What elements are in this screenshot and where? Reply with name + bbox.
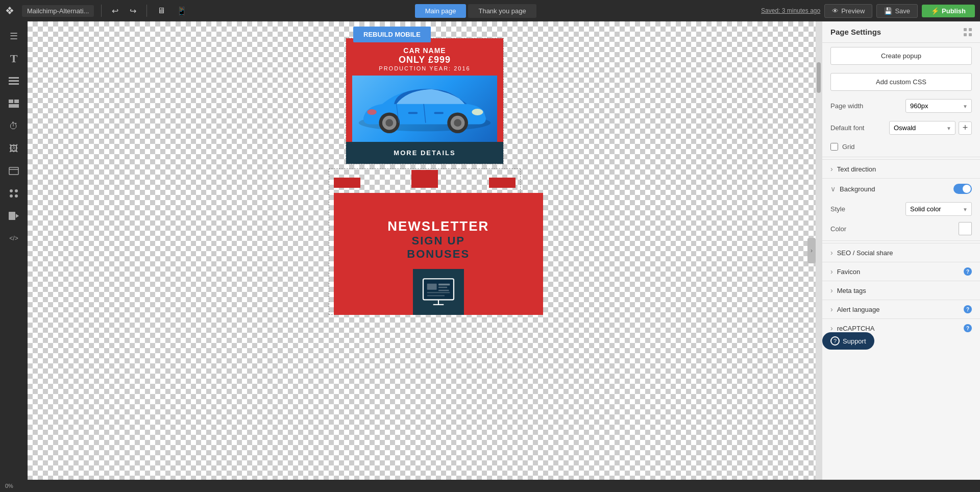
text-direction-label: Text direction	[837, 165, 876, 173]
seo-social-row[interactable]: › SEO / Social share	[822, 243, 980, 262]
divider2	[146, 5, 147, 17]
save-icon: 💾	[884, 7, 892, 15]
svg-rect-33	[427, 292, 450, 293]
panel-header: Page Settings	[822, 21, 980, 43]
panel-grid-icon[interactable]	[964, 28, 972, 36]
image-icon[interactable]: 🖼	[4, 139, 23, 158]
code-icon[interactable]: </>	[4, 229, 23, 248]
rebuild-mobile-button[interactable]: REBUILD MOBILE	[353, 27, 431, 42]
svg-point-20	[454, 119, 461, 127]
car-price-text: ONLY £999	[352, 55, 497, 65]
recaptcha-label: reCAPTCHA	[837, 325, 875, 332]
car-section-wrapper[interactable]: CAR NAME ONLY £999 PRODUCTION YEAR: 2016	[346, 38, 504, 164]
desktop-view-button[interactable]: 🖥	[154, 4, 168, 17]
elements-icon[interactable]	[4, 71, 23, 91]
recaptcha-left: › reCAPTCHA	[830, 324, 874, 332]
left-sidebar: ☰ T ⏱ 🖼 </>	[0, 21, 28, 480]
svg-rect-32	[438, 290, 449, 291]
favicon-label: Favicon	[837, 268, 861, 276]
topbar: ❖ Mailchimp-Alternati... ↩ ↪ 🖥 📱 Main pa…	[0, 0, 980, 21]
background-label: Background	[840, 185, 875, 193]
deco-right	[489, 178, 516, 188]
alert-left: › Alert language	[830, 305, 880, 313]
default-font-select[interactable]: Oswald Roboto Open Sans	[889, 121, 955, 135]
tab-thank-you-page[interactable]: Thank you page	[468, 4, 536, 18]
grid-label: Grid	[842, 143, 855, 151]
page-width-row: Page width 960px 1200px 1440px ▼	[822, 95, 980, 117]
svg-marker-13	[16, 214, 19, 218]
timer-icon[interactable]: ⏱	[4, 116, 23, 136]
svg-rect-31	[438, 287, 447, 288]
svg-rect-34	[427, 295, 444, 297]
favicon-row[interactable]: › Favicon ?	[822, 262, 980, 281]
redo-button[interactable]: ↪	[127, 4, 139, 18]
status-bar: 0%	[0, 480, 980, 492]
car-name-text: CAR NAME	[352, 46, 497, 55]
save-button[interactable]: 💾 Save	[876, 4, 918, 18]
layout-icon[interactable]	[4, 94, 23, 113]
newsletter-title1: NEWSLETTER	[342, 218, 535, 234]
alert-info-icon[interactable]: ?	[964, 305, 972, 313]
more-details-button[interactable]: MORE DETAILS	[346, 142, 503, 164]
car-svg	[353, 78, 496, 139]
text-direction-left: › Text direction	[830, 165, 876, 173]
canvas-area[interactable]: REBUILD MOBILE CAR NAME ONLY £999 PRODUC…	[28, 21, 822, 480]
grid-checkbox[interactable]	[830, 143, 838, 151]
text-icon[interactable]: T	[4, 49, 23, 68]
support-label: Support	[843, 337, 866, 345]
support-button[interactable]: ? Support	[822, 332, 874, 350]
decoration-row	[334, 168, 516, 188]
color-label: Color	[830, 225, 846, 233]
preview-label: Preview	[841, 7, 865, 15]
video-icon[interactable]	[4, 206, 23, 226]
recaptcha-chevron: ›	[830, 324, 833, 332]
tab-main-page[interactable]: Main page	[415, 4, 467, 18]
car-year-text: PRODUCTION YEAR: 2016	[352, 65, 497, 71]
add-font-button[interactable]: +	[959, 121, 972, 135]
seo-left: › SEO / Social share	[830, 249, 893, 257]
recaptcha-info-icon[interactable]: ?	[964, 324, 972, 332]
mobile-view-button[interactable]: 📱	[174, 4, 190, 18]
background-color-picker[interactable]	[959, 222, 972, 235]
favicon-info-icon[interactable]: ?	[964, 267, 972, 276]
layers-icon[interactable]: ☰	[4, 27, 23, 46]
background-toggle[interactable]	[953, 184, 972, 194]
add-custom-css-button[interactable]: Add custom CSS	[830, 73, 972, 91]
section-icon[interactable]	[4, 161, 23, 181]
svg-rect-5	[9, 104, 19, 108]
style-select[interactable]: Solid color Gradient Image	[905, 202, 972, 216]
page-width-select-wrapper: 960px 1200px 1440px ▼	[905, 99, 972, 113]
scrollbar-track[interactable]	[816, 21, 822, 480]
svg-point-9	[15, 189, 18, 192]
svg-rect-40	[969, 33, 972, 36]
panel-collapse-handle[interactable]: ›	[807, 238, 816, 263]
publish-button[interactable]: ⚡ Publish	[922, 5, 975, 17]
scrollbar-thumb[interactable]	[817, 62, 821, 93]
create-popup-button[interactable]: Create popup	[830, 47, 972, 65]
svg-rect-30	[438, 284, 450, 285]
undo-button[interactable]: ↩	[109, 4, 121, 18]
svg-point-22	[367, 109, 376, 115]
preview-button[interactable]: 👁 Preview	[824, 4, 872, 18]
svg-rect-25	[408, 112, 418, 114]
text-direction-row[interactable]: › Text direction	[822, 159, 980, 178]
background-row[interactable]: ∨ Background	[822, 178, 980, 199]
alert-label: Alert language	[837, 306, 880, 313]
project-title[interactable]: Mailchimp-Alternati...	[22, 5, 94, 17]
style-row: Style Solid color Gradient Image ▼	[822, 199, 980, 219]
newsletter-title3: BONUSES	[342, 248, 535, 261]
meta-label: Meta tags	[837, 287, 866, 294]
right-panel: Page Settings Create popup Add custom CS…	[822, 21, 980, 480]
meta-tags-row[interactable]: › Meta tags	[822, 281, 980, 300]
style-select-wrapper: Solid color Gradient Image ▼	[905, 202, 972, 216]
newsletter-section-wrapper[interactable]: NEWSLETTER SIGN UP BONUSES	[334, 168, 516, 315]
saved-status[interactable]: Saved: 3 minutes ago	[761, 7, 820, 14]
alert-language-row[interactable]: › Alert language ?	[822, 300, 980, 318]
text-direction-chevron: ›	[830, 165, 833, 173]
svg-point-8	[10, 189, 13, 192]
page-width-select[interactable]: 960px 1200px 1440px	[905, 99, 972, 113]
background-left: ∨ Background	[830, 185, 875, 193]
apps-icon[interactable]	[4, 184, 23, 203]
svg-point-10	[10, 194, 13, 198]
save-label: Save	[895, 7, 910, 15]
